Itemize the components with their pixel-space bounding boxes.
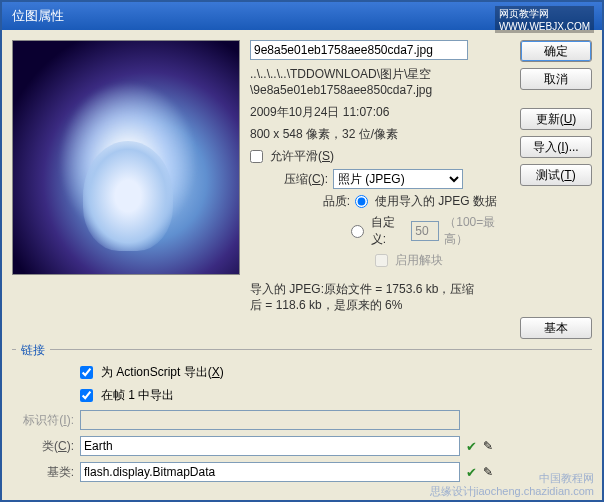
filepath-text: ..\..\..\..\TDDOWNLOAD\图片\星空\9e8a5e01eb1…: [250, 66, 512, 98]
smoothing-checkbox[interactable]: [250, 150, 263, 163]
basic-button[interactable]: 基本: [520, 317, 592, 339]
class-input[interactable]: [80, 436, 460, 456]
export-frame1-checkbox[interactable]: [80, 389, 93, 402]
identifier-input: [80, 410, 460, 430]
export-actionscript-label: 为 ActionScript 导出(X): [101, 364, 224, 381]
test-button[interactable]: 测试(T): [520, 164, 592, 186]
quality-hint: （100=最高）: [444, 214, 512, 248]
image-preview: [12, 40, 240, 275]
dialog-window: 位图属性 网页教学网 WWW.WEBJX.COM ..\..\..\..\TDD…: [0, 0, 604, 502]
link-section-label: 链接: [16, 342, 50, 359]
import-button[interactable]: 导入(I)...: [520, 136, 592, 158]
baseclass-label: 基类:: [12, 464, 74, 481]
filename-input[interactable]: [250, 40, 468, 60]
smoothing-label: 允许平滑(S): [270, 148, 334, 165]
dimensions-text: 800 x 548 像素，32 位/像素: [250, 126, 512, 142]
datetime-text: 2009年10月24日 11:07:06: [250, 104, 512, 120]
watermark-top: 网页教学网 WWW.WEBJX.COM: [495, 6, 594, 33]
watermark-bottom: 中国教程网 思缘设计jiaocheng.chazidian.com: [430, 472, 594, 498]
window-title: 位图属性: [12, 2, 64, 30]
export-frame1-label: 在帧 1 中导出: [101, 387, 174, 404]
compression-summary: 导入的 JPEG:原始文件 = 1753.6 kb，压缩 后 = 118.6 k…: [250, 281, 512, 313]
class-label: 类(C):: [12, 438, 74, 455]
pencil-icon[interactable]: ✎: [483, 439, 493, 453]
identifier-label: 标识符(I):: [12, 412, 74, 429]
baseclass-input[interactable]: [80, 462, 460, 482]
quality-label: 品质:: [305, 193, 350, 210]
deblocking-label: 启用解块: [395, 252, 443, 269]
update-button[interactable]: 更新(U): [520, 108, 592, 130]
dialog-body: ..\..\..\..\TDDOWNLOAD\图片\星空\9e8a5e01eb1…: [2, 30, 602, 498]
compression-label: 压缩(C):: [270, 171, 328, 188]
export-actionscript-checkbox[interactable]: [80, 366, 93, 379]
compression-select[interactable]: 照片 (JPEG): [333, 169, 463, 189]
quality-imported-radio[interactable]: [355, 195, 368, 208]
deblocking-checkbox: [375, 254, 388, 267]
quality-custom-input: [411, 221, 439, 241]
cancel-button[interactable]: 取消: [520, 68, 592, 90]
check-icon: ✔: [466, 439, 477, 454]
quality-custom-label: 自定义:: [371, 214, 407, 248]
quality-custom-radio[interactable]: [351, 225, 364, 238]
button-column: 确定 取消 更新(U) 导入(I)... 测试(T): [520, 40, 592, 313]
ok-button[interactable]: 确定: [520, 40, 592, 62]
link-section: 链接 为 ActionScript 导出(X) 在帧 1 中导出 标识符(I):…: [12, 349, 592, 482]
quality-imported-label: 使用导入的 JPEG 数据: [375, 193, 497, 210]
